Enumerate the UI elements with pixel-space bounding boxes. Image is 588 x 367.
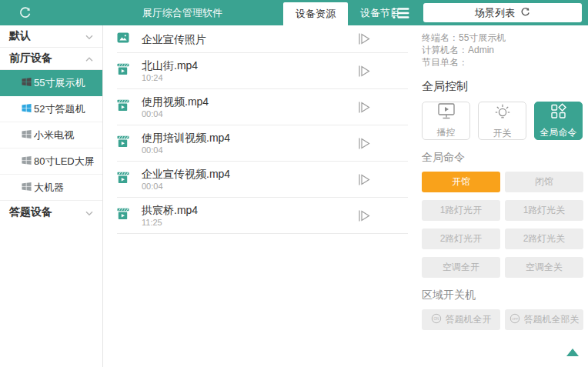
sidebar-group-default[interactable]: 默认 xyxy=(0,25,102,48)
media-row[interactable]: 拱宸桥.mp4 11:25 xyxy=(117,198,408,234)
svg-text:ON: ON xyxy=(433,317,439,321)
media-name: 使用视频.mp4 xyxy=(142,95,357,108)
power-on-icon: ON xyxy=(431,313,442,326)
quiz-all-off-label: 答题机全部关 xyxy=(524,313,580,326)
media-duration: 10:24 xyxy=(142,73,357,82)
quiz-machines-all-off-button[interactable]: OFF 答题机全部关 xyxy=(505,309,583,330)
ac-all-on-button[interactable]: 空调全开 xyxy=(422,257,500,278)
media-text: 企业宣传照片 xyxy=(142,33,357,45)
play-button[interactable] xyxy=(357,209,371,222)
light1-off-button[interactable]: 1路灯光关 xyxy=(505,200,583,221)
video-file-icon xyxy=(117,99,129,115)
area-power-heading: 区域开关机 xyxy=(422,289,583,302)
close-hall-button[interactable]: 闭馆 xyxy=(505,172,583,192)
open-hall-button[interactable]: 开馆 xyxy=(422,172,500,192)
light1-on-button[interactable]: 1路灯光开 xyxy=(422,200,500,221)
computer-name-value: Admin xyxy=(468,45,494,55)
play-button[interactable] xyxy=(357,101,371,114)
svg-text:OFF: OFF xyxy=(511,317,518,321)
video-file-icon xyxy=(117,208,129,223)
power-switch-button[interactable]: 开关 xyxy=(478,102,526,140)
group-label: 前厅设备 xyxy=(9,52,52,65)
bulb-icon xyxy=(493,102,512,123)
light2-off-button[interactable]: 2路灯光关 xyxy=(505,229,583,249)
play-button[interactable] xyxy=(357,137,371,150)
media-row[interactable]: 使用培训视频.mp4 00:04 xyxy=(117,125,408,162)
chevron-down-icon xyxy=(85,30,93,42)
windows-logo-icon xyxy=(22,77,32,89)
windows-logo-icon xyxy=(22,182,32,194)
sidebar-group-front-hall[interactable]: 前厅设备 xyxy=(0,48,102,70)
image-file-icon xyxy=(117,32,129,47)
play-button[interactable] xyxy=(357,32,371,45)
sidebar-item-xiaomi-tv[interactable]: 小米电视 xyxy=(0,122,102,148)
media-duration: 00:04 xyxy=(142,145,357,155)
global-commands-heading: 全局命令 xyxy=(422,151,583,165)
device-control-panel: 终端名：55寸展示机 计算机名：Admin 节目单名： 全局控制 播控 xyxy=(408,25,588,367)
broadcast-control-button[interactable]: 播控 xyxy=(422,102,470,140)
quiz-all-on-label: 答题机全开 xyxy=(446,313,492,326)
media-duration: 00:04 xyxy=(142,182,357,191)
light2-on-button[interactable]: 2路灯光开 xyxy=(422,229,500,249)
broadcast-control-label: 播控 xyxy=(437,126,456,139)
main-layout: 默认 前厅设备 55寸展示机 xyxy=(0,25,588,367)
windows-logo-icon xyxy=(22,129,32,142)
refresh-icon xyxy=(520,7,530,19)
video-file-icon xyxy=(117,135,129,151)
play-button[interactable] xyxy=(357,173,371,186)
power-off-icon: OFF xyxy=(509,313,520,326)
media-row[interactable]: 企业宣传视频.mp4 00:04 xyxy=(117,162,408,198)
media-text: 北山街.mp4 10:24 xyxy=(142,59,357,82)
power-switch-label: 开关 xyxy=(493,127,512,140)
scene-list-label: 场景列表 xyxy=(475,6,515,20)
device-label: 小米电视 xyxy=(34,128,74,142)
sidebar-group-quiz-devices[interactable]: 答题设备 xyxy=(0,201,102,223)
monitor-play-icon xyxy=(436,102,456,122)
media-row[interactable]: 企业宣传照片 xyxy=(117,25,408,53)
media-row[interactable]: 使用视频.mp4 00:04 xyxy=(117,89,408,125)
media-text: 企业宣传视频.mp4 00:04 xyxy=(142,168,357,191)
sidebar-item-big-machine[interactable]: 大机器 xyxy=(0,175,102,201)
computer-name-line: 计算机名：Admin xyxy=(422,44,583,56)
media-row[interactable]: 北山街.mp4 10:24 xyxy=(117,53,408,89)
media-text: 使用视频.mp4 00:04 xyxy=(142,95,357,118)
device-label: 大机器 xyxy=(34,181,64,195)
device-label: 52寸答题机 xyxy=(34,102,85,116)
windows-logo-icon xyxy=(22,103,32,115)
media-duration: 11:25 xyxy=(142,218,357,227)
list-menu-icon[interactable] xyxy=(393,7,409,22)
device-sidebar: 默认 前厅设备 55寸展示机 xyxy=(0,25,103,367)
chevron-up-icon xyxy=(85,52,93,65)
media-text: 拱宸桥.mp4 11:25 xyxy=(142,204,357,227)
scroll-to-top-arrow[interactable] xyxy=(566,349,579,356)
quiz-machines-all-on-button[interactable]: ON 答题机全开 xyxy=(422,309,500,330)
media-name: 企业宣传照片 xyxy=(142,33,357,45)
area-power-grid: ON 答题机全开 OFF 答题机全部关 xyxy=(422,309,583,330)
media-duration: 00:04 xyxy=(142,109,357,118)
media-text: 使用培训视频.mp4 00:04 xyxy=(142,132,357,155)
tab-device-resources[interactable]: 设备资源 xyxy=(283,2,348,25)
global-command-button[interactable]: 全局命令 xyxy=(534,102,583,140)
media-name: 北山街.mp4 xyxy=(142,59,357,72)
terminal-name-line: 终端名：55寸展示机 xyxy=(422,32,583,44)
media-resource-list: 企业宣传照片 北山街.mp4 10:24 xyxy=(103,25,408,367)
video-file-icon xyxy=(117,172,129,187)
scene-list-button[interactable]: 场景列表 xyxy=(423,3,582,22)
play-button[interactable] xyxy=(357,65,371,78)
playlist-name-line: 节目单名： xyxy=(422,56,583,68)
page-title: 展厅综合管理软件 xyxy=(142,0,222,25)
device-label: 80寸LED大屏 xyxy=(34,155,95,168)
global-control-heading: 全局控制 xyxy=(422,79,583,94)
refresh-circle-icon[interactable] xyxy=(18,6,32,19)
media-name: 拱宸桥.mp4 xyxy=(142,204,357,216)
sidebar-item-52inch-quiz[interactable]: 52寸答题机 xyxy=(0,96,102,122)
ac-all-off-button[interactable]: 空调全关 xyxy=(505,257,583,278)
chevron-down-icon xyxy=(85,206,93,219)
sidebar-item-55inch-display[interactable]: 55寸展示机 xyxy=(0,70,102,96)
global-command-label: 全局命令 xyxy=(540,126,577,139)
group-label: 默认 xyxy=(9,29,31,43)
sidebar-item-80inch-led[interactable]: 80寸LED大屏 xyxy=(0,148,102,175)
terminal-name-value: 55寸展示机 xyxy=(459,32,506,43)
global-control-buttons: 播控 开关 xyxy=(422,102,583,140)
device-label: 55寸展示机 xyxy=(34,76,85,90)
